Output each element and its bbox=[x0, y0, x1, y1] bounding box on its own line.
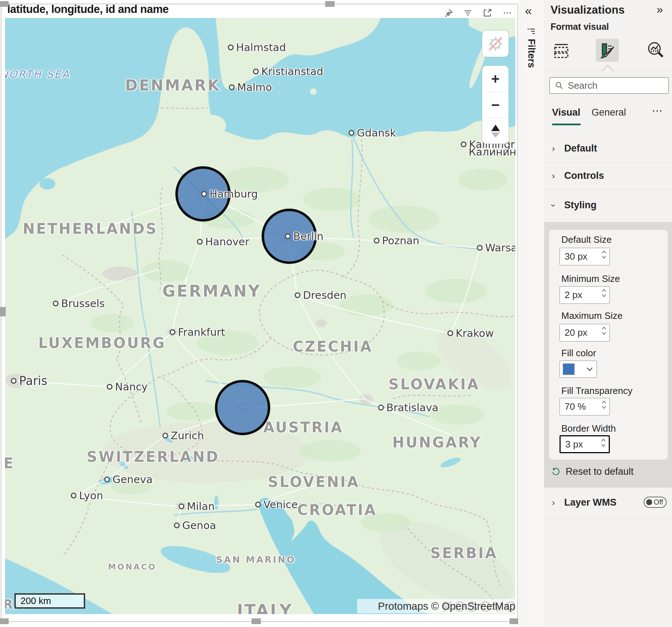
visual-title: latitude, longitude, id and name bbox=[7, 3, 169, 16]
pitch-arrows-icon bbox=[490, 124, 501, 138]
zoom-out-button[interactable]: − bbox=[482, 92, 508, 118]
map-canvas[interactable]: NORTH SEA DENMARKNETHERLANDSGERMANYLUXEM… bbox=[5, 18, 515, 614]
divider bbox=[544, 518, 672, 518]
more-options-icon[interactable] bbox=[502, 7, 513, 19]
city-name: Paris bbox=[19, 374, 47, 388]
layer-wms-label: Layer WMS bbox=[564, 497, 617, 508]
city-marker: Hamburg bbox=[201, 188, 258, 200]
border-width-input[interactable]: 3 px bbox=[560, 435, 610, 453]
section-default[interactable]: › Default bbox=[544, 137, 672, 162]
filters-funnel-icon bbox=[526, 26, 537, 37]
reset-to-default-button[interactable]: Reset to default bbox=[551, 466, 634, 477]
filter-icon[interactable] bbox=[462, 7, 474, 19]
city-dot-icon bbox=[378, 405, 384, 410]
visualizations-panel: Visualizations » Format visual bbox=[544, 0, 672, 627]
city-marker: Paris bbox=[11, 374, 47, 388]
city-name: Venice bbox=[263, 498, 298, 511]
data-point-circle[interactable] bbox=[215, 380, 270, 435]
compass-off-icon bbox=[487, 35, 505, 53]
chevron-right-icon: › bbox=[552, 171, 555, 181]
city-marker: Geneva bbox=[104, 473, 152, 486]
tabs-more-icon[interactable]: ⋯ bbox=[652, 104, 663, 117]
stepper-icons[interactable] bbox=[601, 438, 606, 447]
city-name: Dresden bbox=[303, 289, 346, 301]
collapse-panel-icon[interactable]: » bbox=[657, 3, 663, 16]
city-name-alt: Калининград bbox=[469, 146, 515, 158]
minimum-size-input[interactable]: 2 px bbox=[560, 286, 610, 304]
active-tab-underline bbox=[552, 124, 581, 125]
city-dot-icon bbox=[255, 502, 261, 507]
tab-general[interactable]: General bbox=[592, 107, 626, 118]
selection-border-top bbox=[1, 4, 518, 4]
country-label: DENMARK bbox=[125, 76, 221, 94]
selected-pane-caret bbox=[602, 65, 614, 71]
city-name: Krakow bbox=[456, 327, 494, 339]
stepper-icons[interactable] bbox=[602, 326, 607, 335]
selection-border-right bbox=[517, 4, 518, 622]
tab-visual[interactable]: Visual bbox=[552, 107, 580, 118]
city-dot-icon bbox=[349, 130, 354, 136]
minimum-size-value: 2 px bbox=[565, 289, 582, 301]
section-controls[interactable]: › Controls bbox=[544, 164, 672, 190]
city-name: Frankfurt bbox=[178, 326, 225, 338]
country-label: SWITZERLAND bbox=[87, 449, 219, 465]
report-editor: latitude, longitude, id and name bbox=[0, 0, 672, 627]
analytics-icon[interactable] bbox=[644, 39, 667, 62]
build-visual-icon[interactable] bbox=[550, 39, 573, 62]
compass-disabled-button[interactable] bbox=[482, 31, 508, 57]
resize-handle-top-middle[interactable] bbox=[325, 1, 335, 7]
expand-filters-icon[interactable]: « bbox=[525, 4, 532, 18]
fill-color-dropdown[interactable] bbox=[560, 361, 597, 378]
maximum-size-input[interactable]: 20 px bbox=[560, 324, 610, 342]
city-marker: Hanover bbox=[197, 236, 249, 248]
stepper-icons[interactable] bbox=[602, 400, 607, 409]
city-marker: Gdansk bbox=[349, 127, 396, 139]
city-dot-icon bbox=[71, 493, 77, 498]
minimum-size-label: Minimum Size bbox=[561, 273, 620, 284]
default-size-input[interactable]: 30 px bbox=[560, 248, 610, 265]
section-styling[interactable]: › Styling bbox=[544, 194, 672, 219]
layer-wms-toggle[interactable]: Off bbox=[644, 497, 667, 508]
city-name: Brussels bbox=[61, 297, 105, 310]
city-dot-icon bbox=[285, 233, 291, 239]
pitch-control-button[interactable] bbox=[482, 118, 508, 144]
resize-handle-left-middle[interactable] bbox=[0, 307, 6, 316]
city-marker: Brussels bbox=[53, 297, 105, 310]
search-placeholder: Search bbox=[568, 80, 597, 91]
city-name: Geneva bbox=[112, 473, 152, 486]
default-size-value: 30 px bbox=[565, 251, 588, 262]
city-marker: Milan bbox=[179, 500, 215, 512]
resize-handle-bottom-middle[interactable] bbox=[252, 618, 261, 624]
resize-handle-top-left[interactable] bbox=[0, 1, 9, 7]
city-name: Warsaw bbox=[485, 242, 515, 254]
city-marker: Berlin bbox=[285, 230, 323, 242]
city-dot-icon bbox=[295, 292, 300, 298]
map-scale-bar: 200 km bbox=[14, 593, 85, 609]
city-dot-icon bbox=[461, 141, 466, 147]
country-label: CROATIA bbox=[297, 502, 377, 518]
city-marker: Dresden bbox=[295, 289, 346, 301]
focus-mode-icon[interactable] bbox=[482, 7, 493, 19]
country-label: FRANCE bbox=[5, 455, 15, 472]
resize-handle-bottom-left[interactable] bbox=[0, 618, 9, 624]
filters-pane-collapsed: « Filters bbox=[520, 0, 544, 627]
city-dot-icon bbox=[228, 45, 234, 50]
fill-transparency-input[interactable]: 70 % bbox=[560, 398, 610, 415]
stepper-icons[interactable] bbox=[602, 250, 607, 259]
zoom-in-button[interactable]: + bbox=[482, 66, 508, 92]
format-visual-icon[interactable] bbox=[596, 39, 619, 62]
reset-icon bbox=[551, 468, 560, 476]
chevron-right-icon: › bbox=[552, 144, 555, 154]
city-name: Zurich bbox=[171, 429, 204, 442]
search-input[interactable]: Search bbox=[549, 77, 669, 94]
pin-icon[interactable] bbox=[443, 7, 454, 19]
country-label: SLOVAKIA bbox=[388, 376, 480, 393]
stepper-icons[interactable] bbox=[602, 288, 607, 298]
map-base-layers bbox=[5, 18, 515, 614]
resize-handle-bottom-right[interactable] bbox=[510, 618, 518, 624]
sea-label: NORTH SEA bbox=[5, 68, 70, 80]
city-name: Lyon bbox=[79, 489, 103, 502]
fill-transparency-label: Fill Transparency bbox=[561, 385, 632, 396]
border-width-value: 3 px bbox=[565, 439, 583, 450]
filters-pane-label[interactable]: Filters bbox=[526, 39, 537, 68]
